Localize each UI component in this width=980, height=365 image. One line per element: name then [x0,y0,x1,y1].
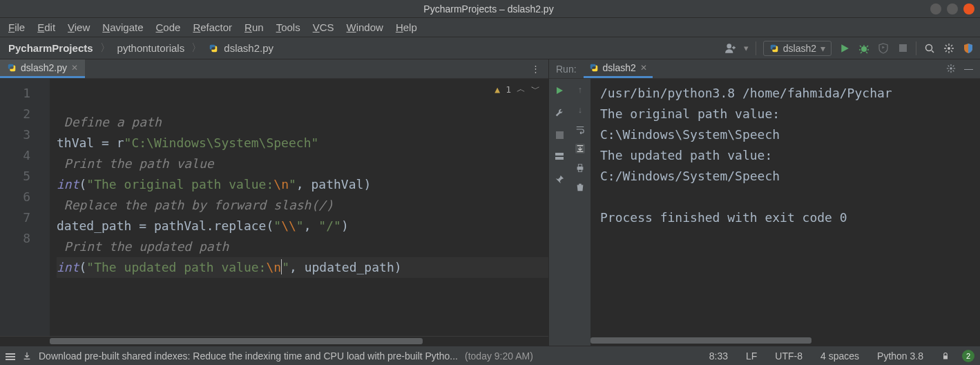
coverage-icon[interactable] [877,42,890,55]
debug-icon[interactable] [858,42,870,55]
gear-icon[interactable] [946,64,956,74]
search-icon[interactable] [923,42,936,55]
menu-tools[interactable]: Tools [271,20,306,35]
menu-navigate[interactable]: Navigate [97,20,148,35]
run-icon[interactable] [838,42,851,55]
svg-point-3 [926,44,932,50]
trash-icon[interactable] [575,182,585,192]
run-config-selector[interactable]: dslash2 ▾ [763,41,832,56]
lock-icon[interactable] [936,352,955,360]
svg-point-1 [727,44,731,48]
notifications-badge[interactable]: 2 [962,350,974,362]
tool-windows-icon[interactable] [6,352,15,360]
breadcrumb-root[interactable]: PycharmProjects [6,41,96,55]
gear-icon[interactable] [943,42,955,55]
code-line[interactable]: thVal = r"C:\Windows\System\Speech" [57,133,548,153]
menu-help[interactable]: Help [390,20,423,35]
close-button[interactable] [963,3,974,15]
code-line[interactable]: Define a path [57,112,548,133]
run-output[interactable]: /usr/bin/python3.8 /home/fahmida/PycharT… [590,79,980,346]
inspection-widget[interactable]: ▲ 1 ︿ ﹀ [494,83,540,95]
chevron-down-icon[interactable]: ﹀ [531,83,540,95]
tab-overflow-icon[interactable]: ⋮ [523,64,548,74]
menu-edit[interactable]: Edit [32,20,61,35]
svg-rect-6 [555,153,564,156]
layout-icon[interactable] [553,151,566,163]
add-user-icon[interactable] [724,42,737,55]
code-line[interactable]: Print the updated path [57,236,548,257]
down-icon[interactable]: ↓ [578,104,583,115]
code-line[interactable]: int("The updated path value:\n", updated… [57,257,548,278]
token-ident: updated_path [305,260,394,274]
close-tab-icon[interactable]: ✕ [640,63,647,73]
status-indent[interactable]: 4 spaces [815,350,865,362]
token-op: ) [394,260,402,274]
code-line[interactable]: Replace the path by forward slash(/) [57,195,548,216]
editor-pane: dslash2.py ✕ ⋮ 12345678 Define a paththV… [0,59,549,346]
line-number[interactable]: 4 [0,145,50,166]
token-op: , [296,177,311,191]
line-number[interactable]: 1 [0,83,50,104]
breadcrumb: PycharmProjects 〉 pythontutorials 〉 dsla… [6,41,276,55]
token-comment: Define a path [57,115,162,129]
svg-rect-11 [943,355,948,359]
status-caret-pos[interactable]: 8:33 [704,350,733,362]
maximize-button[interactable] [947,3,958,15]
menu-code[interactable]: Code [151,20,186,35]
status-line-sep[interactable]: LF [740,350,762,362]
python-file-icon [769,44,779,53]
shield-icon[interactable] [962,42,974,55]
status-encoding[interactable]: UTF-8 [769,350,808,362]
menu-run[interactable]: Run [239,20,269,35]
stop-icon[interactable] [553,129,566,141]
close-tab-icon[interactable]: ✕ [71,63,78,73]
run-horizontal-scrollbar[interactable] [590,336,980,346]
wrench-icon[interactable] [553,106,566,119]
pin-icon[interactable] [553,173,566,185]
soft-wrap-icon[interactable] [575,124,585,134]
hide-icon[interactable]: — [964,64,973,74]
run-toolbar-left2: ↑ ↓ [570,79,590,346]
run-tab[interactable]: dslash2 ✕ [584,59,653,78]
chevron-right-icon: 〉 [100,41,111,55]
menu-file[interactable]: File [3,20,30,35]
menu-vcs[interactable]: VCS [307,20,340,35]
code-line[interactable]: Print the path value [57,153,548,174]
print-icon[interactable] [575,163,585,173]
toolbar-right: ▾ dslash2 ▾ [724,41,974,56]
menu-view[interactable]: View [62,20,95,35]
scroll-to-end-icon[interactable] [575,144,585,153]
download-icon [22,351,32,361]
editor-body[interactable]: 12345678 Define a paththVal = r"C:\Windo… [0,79,548,336]
svg-point-5 [950,67,952,70]
run-body: ↑ ↓ /usr/bin/python3.8 /home/fahmida/Pyc… [549,79,980,346]
line-number[interactable]: 3 [0,124,50,145]
stop-icon[interactable] [896,42,909,55]
up-icon[interactable]: ↑ [578,84,583,95]
token-esc: \\ [281,218,296,233]
line-number[interactable]: 5 [0,166,50,187]
breadcrumb-file[interactable]: dslash2.py [206,41,276,55]
code-line[interactable]: int("The original path value:\n", pathVa… [57,174,548,195]
code-line[interactable]: dated_path = pathVal.replace("\\", "/") [57,216,548,236]
output-line [600,187,980,207]
breadcrumb-folder[interactable]: pythontutorials [115,41,188,55]
token-ident: pathVal [154,218,206,233]
status-interpreter[interactable]: Python 3.8 [872,350,929,362]
status-message[interactable]: Download pre-built shared indexes: Reduc… [39,350,458,362]
menu-refactor[interactable]: Refactor [187,20,238,35]
minimize-button[interactable] [930,3,941,15]
code-area[interactable]: Define a paththVal = r"C:\Windows\System… [50,79,548,336]
line-number[interactable]: 7 [0,207,50,228]
scrollbar-thumb[interactable] [590,337,811,344]
chevron-up-icon[interactable]: ︿ [517,83,526,95]
menu-window[interactable]: Window [341,20,389,35]
line-gutter: 12345678 [0,79,50,336]
scrollbar-thumb[interactable] [50,338,423,344]
editor-horizontal-scrollbar[interactable] [0,336,548,346]
tab-file[interactable]: dslash2.py ✕ [0,59,85,78]
line-number[interactable]: 2 [0,104,50,124]
line-number[interactable]: 6 [0,187,50,207]
line-number[interactable]: 8 [0,228,50,249]
rerun-icon[interactable] [553,84,566,97]
